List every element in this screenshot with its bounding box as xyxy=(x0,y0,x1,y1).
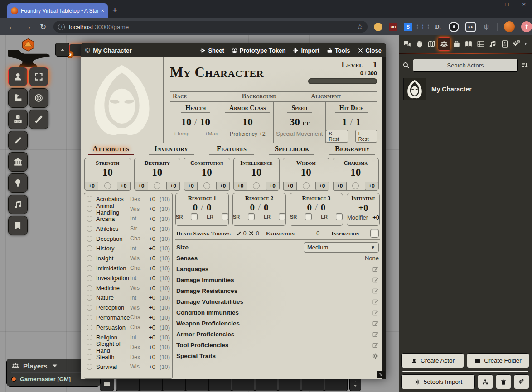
window-close-button[interactable]: × xyxy=(522,1,526,8)
url-bar[interactable]: i localhost:30000/game ☆ xyxy=(53,21,368,33)
skill-row[interactable]: Animal Handling Wis +0 (10) xyxy=(87,204,170,214)
create-actor-button[interactable]: Create Actor xyxy=(401,353,464,368)
sidebar-collapse-icon[interactable] xyxy=(523,41,529,47)
ability-check-mod[interactable]: +0 xyxy=(216,182,230,190)
macro-slot[interactable] xyxy=(209,377,232,391)
skill-row[interactable]: Arcana Int +0 (10) xyxy=(87,214,170,224)
hp-temp-label[interactable]: +Temp xyxy=(174,131,189,136)
ability-proficiency-radio[interactable] xyxy=(303,182,310,189)
window-header-button[interactable]: Prototype Token xyxy=(232,47,286,54)
resource-max[interactable]: 0 xyxy=(264,202,269,213)
sheet-tab[interactable]: Spellbook xyxy=(262,144,322,155)
skill-proficiency-radio[interactable] xyxy=(87,285,92,291)
skill-proficiency-radio[interactable] xyxy=(87,265,92,271)
ability-save-mod[interactable]: +0 xyxy=(184,182,198,190)
skill-row[interactable]: Performance Cha +0 (10) xyxy=(87,313,170,323)
skill-proficiency-radio[interactable] xyxy=(87,335,92,340)
tab-actors[interactable] xyxy=(438,37,451,51)
skill-row[interactable]: Perception Wis +0 (10) xyxy=(87,303,170,313)
5etools-import-button[interactable]: 5etools Import xyxy=(401,374,475,389)
sheet-tab[interactable]: Attributes xyxy=(81,144,141,155)
skill-row[interactable]: Persuasion Cha +0 (10) xyxy=(87,322,170,332)
tab-close-icon[interactable]: × xyxy=(101,7,104,14)
macro-slot[interactable] xyxy=(301,377,324,391)
cookie-extension-icon[interactable] xyxy=(374,23,382,31)
speed-value[interactable]: 30 xyxy=(290,116,300,128)
ability-score[interactable]: 10 xyxy=(85,167,131,178)
long-rest-checkbox[interactable] xyxy=(279,213,285,220)
token-controls-button[interactable] xyxy=(8,67,28,86)
skill-row[interactable]: Nature Int +0 (10) xyxy=(87,293,170,303)
skill-proficiency-radio[interactable] xyxy=(87,344,92,350)
robot-extension-icon[interactable]: ●● xyxy=(465,22,476,32)
character-name[interactable]: My Character xyxy=(170,65,308,80)
skill-proficiency-radio[interactable] xyxy=(87,305,92,311)
measure-templates-button[interactable] xyxy=(8,88,28,108)
ability-check-mod[interactable]: +0 xyxy=(315,182,329,190)
cross-icon[interactable] xyxy=(248,230,254,236)
select-tool-button[interactable] xyxy=(29,67,48,86)
ability-save-mod[interactable]: +0 xyxy=(283,182,297,190)
skill-proficiency-radio[interactable] xyxy=(87,255,92,261)
macro-slot[interactable] xyxy=(116,377,139,391)
skill-row[interactable]: Sleight of Hand Dex +0 (10) xyxy=(87,342,170,352)
sort-icon[interactable] xyxy=(521,62,528,69)
s-extension-icon[interactable]: S xyxy=(404,23,412,31)
ability-name[interactable]: Intelligence xyxy=(237,160,275,167)
ability-score[interactable]: 10 xyxy=(333,167,379,178)
ability-proficiency-radio[interactable] xyxy=(154,182,160,189)
settings-button[interactable] xyxy=(514,374,529,389)
bookmark-star-icon[interactable]: ☆ xyxy=(357,23,363,31)
window-maximize-button[interactable]: □ xyxy=(505,1,509,8)
resource-max[interactable]: 0 xyxy=(321,202,326,213)
hit-dice-current[interactable]: 1 xyxy=(342,116,348,128)
macro-slot[interactable] xyxy=(186,377,208,391)
edit-icon[interactable] xyxy=(372,342,379,349)
tab-journal[interactable] xyxy=(463,38,475,50)
skill-row[interactable]: History Int +0 (10) xyxy=(87,244,170,253)
long-rest-button[interactable]: L. Rest xyxy=(355,130,377,143)
xp-value[interactable]: 0/300 xyxy=(308,70,377,76)
skill-proficiency-radio[interactable] xyxy=(87,196,92,202)
new-tab-button[interactable]: + xyxy=(112,5,117,16)
check-icon[interactable] xyxy=(236,230,242,236)
sheet-tab[interactable]: Biography xyxy=(322,144,382,155)
skill-proficiency-radio[interactable] xyxy=(87,236,92,242)
ability-name[interactable]: Dexterity xyxy=(142,160,173,167)
skill-proficiency-radio[interactable] xyxy=(87,275,92,281)
skill-row[interactable]: Deception Cha +0 (10) xyxy=(87,234,170,244)
skill-row[interactable]: Investigation Int +0 (10) xyxy=(87,273,170,283)
death-success-count[interactable]: 0 xyxy=(243,230,247,237)
skill-row[interactable]: Medicine Wis +0 (10) xyxy=(87,283,170,293)
detail-field[interactable]: Alignment xyxy=(308,92,377,101)
size-select[interactable]: Medium▼ xyxy=(304,242,379,253)
macro-slot[interactable] xyxy=(163,377,185,391)
sheet-tab[interactable]: Inventory xyxy=(141,144,201,155)
skill-row[interactable]: Survival Wis +0 (10) xyxy=(87,362,170,372)
ruler-tool-button[interactable] xyxy=(29,110,48,129)
edit-icon[interactable] xyxy=(372,320,379,327)
edit-icon[interactable] xyxy=(372,309,379,316)
inspiration-checkbox[interactable] xyxy=(370,229,379,238)
skill-proficiency-radio[interactable] xyxy=(87,226,92,232)
forward-button[interactable]: → xyxy=(24,22,32,31)
update-button[interactable]: ⬆ xyxy=(521,21,532,32)
shield-extension-icon[interactable]: UD xyxy=(389,23,397,31)
tile-controls-button[interactable] xyxy=(8,110,28,129)
detail-field[interactable]: Race xyxy=(170,92,239,101)
target-tool-button[interactable] xyxy=(29,88,48,108)
edit-icon[interactable] xyxy=(372,277,379,283)
window-header-button[interactable]: Import xyxy=(293,47,319,54)
note-controls-button[interactable] xyxy=(8,216,28,235)
skill-row[interactable]: Insight Wis +0 (10) xyxy=(87,253,170,263)
tab-tables[interactable] xyxy=(475,38,487,50)
skill-proficiency-radio[interactable] xyxy=(87,206,92,212)
create-folder-button[interactable]: Create Folder xyxy=(467,353,529,368)
level-value[interactable]: 1 xyxy=(373,60,377,70)
initiative-value[interactable]: +0 xyxy=(347,202,379,213)
ability-save-mod[interactable]: +0 xyxy=(135,182,148,190)
macro-slot[interactable] xyxy=(255,377,278,391)
window-titlebar[interactable]: © My Character Sheet xyxy=(81,43,386,57)
macro-slot[interactable] xyxy=(140,377,162,391)
short-rest-button[interactable]: S. Rest xyxy=(326,130,348,143)
